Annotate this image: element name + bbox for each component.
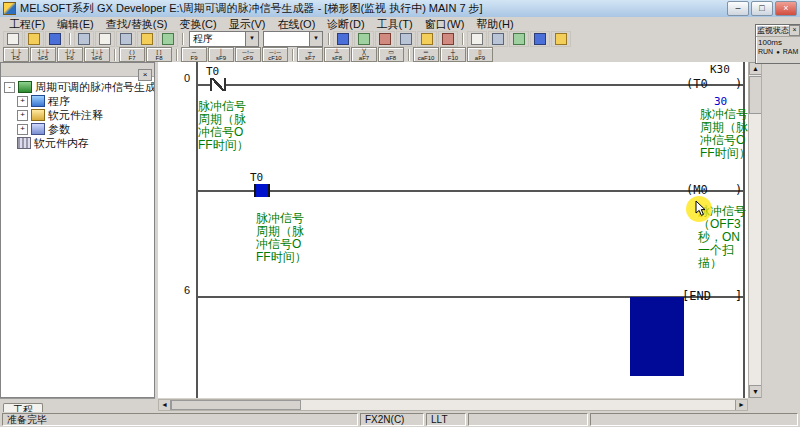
coil-t0[interactable]: (T0 (686, 77, 708, 91)
menu-edit[interactable]: 编辑(E) (51, 17, 100, 32)
no-contact-t0-energized[interactable] (254, 184, 270, 197)
device-memory-icon (17, 137, 31, 149)
rung-line (196, 84, 745, 86)
status-plc-type: FX2N(C) (360, 413, 424, 426)
edit-line-button[interactable]: ═ caF10 (413, 47, 439, 62)
tree-node-program[interactable]: + 程序 (1, 94, 154, 108)
end-instruction[interactable]: [END (682, 289, 711, 303)
branch-down-button[interactable]: ┴ sF8 (324, 47, 350, 62)
paste-icon[interactable] (137, 31, 157, 47)
ladder-symbol-toolbar: ┤ ├ F5 ┤↑├ sF5 ┤/├ F6 ┤↓├ sF6 ( ) F7 [ ]… (0, 47, 800, 63)
menu-help[interactable]: 帮助(H) (470, 17, 519, 32)
copy-icon[interactable] (116, 31, 136, 47)
coil-close-paren: ) (735, 77, 742, 91)
run-indicator-icon: ● (776, 49, 780, 55)
toolbar-separator (328, 33, 330, 45)
scroll-left-icon[interactable]: ◄ (159, 400, 171, 410)
target-combo[interactable]: ▼ (263, 31, 323, 47)
tree-node-device-memory[interactable]: 软元件内存 (1, 136, 154, 150)
branch-up-button[interactable]: ┬ sF7 (297, 47, 323, 62)
status-bar: 准备完毕 FX2N(C) LLT (0, 412, 800, 427)
parallel-closed-contact-button[interactable]: ┤↓├ sF6 (84, 47, 110, 62)
tree-node-device-comment[interactable]: + 软元件注释 (1, 108, 154, 122)
menu-convert[interactable]: 变换(C) (173, 17, 222, 32)
zoom-icon[interactable] (488, 31, 508, 47)
vertical-scrollbar[interactable]: ▲ ▼ (748, 62, 762, 398)
statement-icon[interactable] (530, 31, 550, 47)
device-comment: 脉冲信号周期（脉冲信号OFF时间） (700, 108, 748, 160)
parallel-open-contact-button[interactable]: ┤↑├ sF5 (30, 47, 56, 62)
tree-node-label: 程序 (48, 94, 70, 108)
horizontal-scrollbar[interactable]: ◄ ► (158, 399, 748, 411)
scroll-right-icon[interactable]: ► (735, 400, 747, 410)
closed-contact-button[interactable]: ┤/├ F6 (57, 47, 83, 62)
open-contact-button[interactable]: ┤ ├ F5 (3, 47, 29, 62)
print-icon[interactable] (74, 31, 94, 47)
upload-from-plc-icon[interactable] (354, 31, 374, 47)
find-icon[interactable] (467, 31, 487, 47)
monitor-start-icon[interactable] (417, 31, 437, 47)
delete-vertical-button[interactable]: ▭ aF8 (378, 47, 404, 62)
delete-mode-button[interactable]: ▯ aF9 (467, 47, 493, 62)
menu-tools[interactable]: 工具(T) (371, 17, 419, 32)
new-icon[interactable] (3, 31, 23, 47)
nc-contact-t0[interactable] (210, 78, 226, 91)
program-combo[interactable]: 程序 ▼ (189, 31, 259, 47)
ladder-monitor-icon[interactable] (396, 31, 416, 47)
collapse-icon[interactable]: - (4, 82, 15, 93)
line-mode-button[interactable]: ┼ F10 (440, 47, 466, 62)
parameter-folder-icon (31, 123, 45, 135)
menu-online[interactable]: 在线(O) (271, 17, 321, 32)
chevron-down-icon[interactable]: ▼ (309, 32, 322, 46)
menu-diagnostics[interactable]: 诊断(D) (321, 17, 370, 32)
project-icon (18, 81, 32, 93)
toolbar-separator (176, 49, 178, 61)
status-blank (590, 413, 798, 426)
menu-project[interactable]: 工程(F) (3, 17, 51, 32)
scan-time: 100ms (758, 38, 799, 47)
maximize-button[interactable]: □ (751, 1, 773, 16)
comment-folder-icon (31, 109, 45, 121)
save-icon[interactable] (45, 31, 65, 47)
application-instruction-button[interactable]: [ ] F8 (146, 47, 172, 62)
falling-pulse-button[interactable]: ─↓─ cF10 (262, 47, 288, 62)
expand-icon[interactable]: + (17, 96, 28, 107)
coil-button[interactable]: ( ) F7 (119, 47, 145, 62)
expand-icon[interactable]: + (17, 110, 28, 121)
cut-icon[interactable] (95, 31, 115, 47)
rising-pulse-button[interactable]: ─↑─ cF9 (235, 47, 261, 62)
menu-window[interactable]: 窗口(W) (419, 17, 471, 32)
vertical-line-button[interactable]: │ sF9 (208, 47, 234, 62)
horizontal-line-button[interactable]: ─ F9 (181, 47, 207, 62)
main-toolbar: 程序 ▼ ▼ (0, 31, 800, 48)
title-bar: MELSOFT系列 GX Developer E:\周期可调的脉冲信号生成器 -… (0, 0, 800, 18)
horizontal-scroll-thumb[interactable] (171, 400, 301, 410)
verify-with-plc-icon[interactable] (375, 31, 395, 47)
rung-line (196, 190, 745, 192)
workspace: × - 周期可调的脉冲信号生成器 + 程序 + 软元件注释 (0, 62, 800, 398)
close-icon[interactable]: × (789, 25, 800, 36)
expand-icon[interactable]: + (17, 124, 28, 135)
right-dock (761, 62, 800, 398)
menu-view[interactable]: 显示(V) (223, 17, 272, 32)
device-comment-icon[interactable] (509, 31, 529, 47)
menu-find-replace[interactable]: 查找/替换(S) (100, 17, 174, 32)
tree-node-root[interactable]: - 周期可调的脉冲信号生成器 (1, 80, 154, 94)
minimize-button[interactable]: – (727, 1, 749, 16)
delete-line-button[interactable]: ╳ aF7 (351, 47, 377, 62)
ladder-editor[interactable]: 0 T0 K30 (T0 ) 30 脉冲信号周期（脉冲信号OFF时间） 脉冲信号… (158, 62, 748, 398)
tree-node-label: 软元件内存 (34, 136, 89, 150)
undo-icon[interactable] (158, 31, 178, 47)
coil-m0[interactable]: (M0 (686, 183, 708, 197)
chevron-down-icon[interactable]: ▼ (245, 32, 258, 46)
help-icon[interactable] (551, 31, 571, 47)
monitor-stop-icon[interactable] (438, 31, 458, 47)
toolbar-separator (69, 33, 71, 45)
open-icon[interactable] (24, 31, 44, 47)
download-to-plc-icon[interactable] (333, 31, 353, 47)
close-button[interactable]: × (775, 1, 797, 16)
monitor-title-bar: 监视状态 × (756, 25, 800, 37)
tree-node-parameter[interactable]: + 参数 (1, 122, 154, 136)
monitor-body: 100ms RUN ● RAM (756, 37, 800, 56)
run-state: RUN (758, 48, 773, 55)
